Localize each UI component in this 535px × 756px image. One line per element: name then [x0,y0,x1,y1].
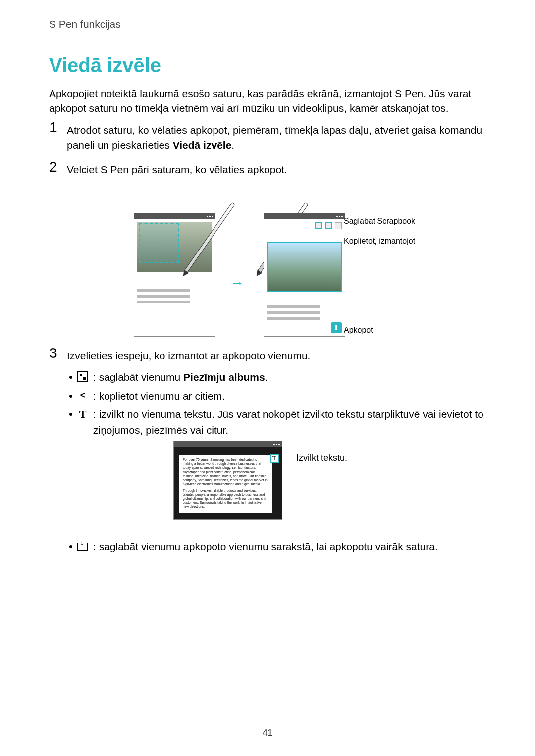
sample-paragraph: Through innovative, reliable products an… [183,489,268,509]
collect-button-icon: ⬇ [331,322,342,333]
text-extract-icon: T [270,454,279,463]
list-item: < : koplietot vienumu ar citiem. [69,388,486,404]
phone-mock-after: ⬇ [264,213,345,337]
step-3-text: Izvēlieties iespēju, ko izmantot ar apko… [67,346,310,363]
option-list-2: : saglabāt vienumu apkopoto vienumu sara… [69,539,486,557]
callout-extract-text: Izvilkt tekstu. [296,453,347,463]
page-title: Viedā izvēle [49,54,161,77]
intro-paragraph: Apkopojiet noteiktā laukumā esošo saturu… [49,86,486,116]
step-1-bold: Viedā izvēle [173,139,232,151]
step-number: 2 [49,159,60,177]
callout-save-scrapbook: Saglabāt Scrapbook [344,217,415,226]
phone-mock-before [134,213,215,337]
running-header: S Pen funkcijas [49,18,121,30]
step-1: 1 Atrodot saturu, ko vēlaties apkopot, p… [49,120,486,153]
callout-share: Koplietot, izmantojot [344,237,415,246]
step-2: 2 Velciet S Pen pāri saturam, ko vēlatie… [49,159,486,177]
page-top-rule [24,0,24,4]
share-icon: < [77,390,88,401]
sample-paragraph: For over 70 years, Samsung has been dedi… [183,458,268,487]
download-tray-icon [77,543,88,551]
phone-mock-text: For over 70 years, Samsung has been dedi… [173,441,282,520]
step-number: 1 [49,120,60,153]
step-1-text: Atrodot saturu, ko vēlaties apkopot, pie… [67,124,482,151]
selection-marquee [139,223,179,263]
list-item: : saglabāt vienumu Piezīmju albums. [69,369,486,385]
list-item: : saglabāt vienumu apkopoto vienumu sara… [69,539,486,554]
extract-text-diagram: For over 70 years, Samsung has been dedi… [173,441,421,520]
option-list: : saglabāt vienumu Piezīmju albums. < : … [69,369,486,441]
callout-collect: Apkopot [344,326,373,335]
share-icon [325,222,332,229]
step-number: 3 [49,346,60,363]
list-item: T : izvilkt no vienuma tekstu. Jūs varat… [69,406,486,438]
scrapbook-icon [315,222,322,229]
smart-select-diagram: → ⬇ Saglabāt Scrapbook Koplietot, izmant… [134,188,441,337]
arrow-icon: → [230,275,244,291]
step-3: 3 Izvēlieties iespēju, ko izmantot ar ap… [49,346,486,363]
scrapbook-icon [77,371,88,382]
step-2-text: Velciet S Pen pāri saturam, ko vēlaties … [67,159,287,177]
page-number: 41 [0,727,535,738]
text-extract-icon: T [77,408,88,419]
more-icon [335,222,342,229]
